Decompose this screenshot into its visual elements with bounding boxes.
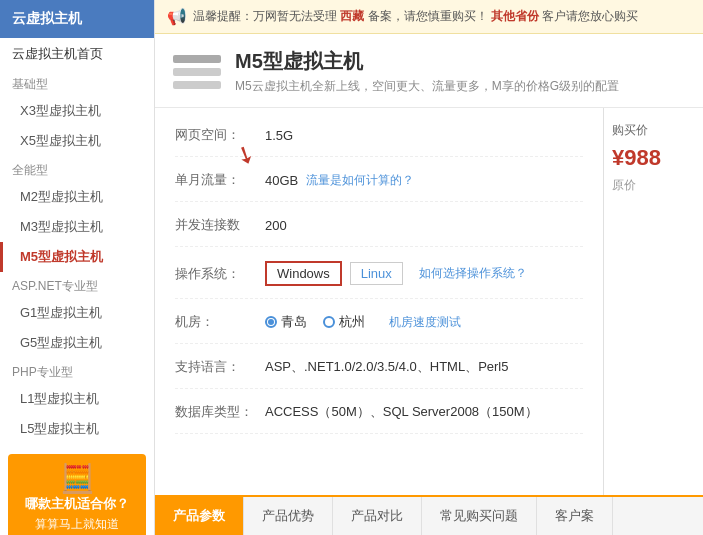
product-header: M5型虚拟主机 M5云虚拟主机全新上线，空间更大、流量更多，M享的价格G级别的配… (155, 34, 703, 108)
db-row: 数据库类型： ACCESS（50M）、SQL Server2008（150M） (175, 403, 583, 434)
os-help-link[interactable]: 如何选择操作系统？ (419, 265, 527, 282)
sidebar-item-m2[interactable]: M2型虚拟主机 (0, 182, 154, 212)
lang-value: ASP、.NET1.0/2.0/3.5/4.0、HTML、Perl5 (265, 358, 508, 376)
db-label: 数据库类型： (175, 403, 265, 421)
datacenter-test-link[interactable]: 机房速度测试 (389, 314, 461, 331)
datacenter-hangzhou-label: 杭州 (339, 313, 365, 331)
sidebar: 云虚拟主机 云虚拟主机首页 基础型X3型虚拟主机X5型虚拟主机全能型M2型虚拟主… (0, 0, 155, 535)
banner-highlight[interactable]: 西藏 (340, 9, 364, 23)
tab-faq[interactable]: 常见购买问题 (422, 497, 537, 535)
sidebar-item-g5[interactable]: G5型虚拟主机 (0, 328, 154, 358)
radio-hangzhou-dot (323, 316, 335, 328)
speaker-icon: 📢 (167, 7, 187, 26)
product-icon (173, 52, 221, 92)
product-title-block: M5型虚拟主机 M5云虚拟主机全新上线，空间更大、流量更多，M享的价格G级别的配… (235, 48, 685, 95)
banner-other[interactable]: 其他省份 (491, 9, 539, 23)
tab-customer[interactable]: 客户案 (537, 497, 613, 535)
datacenter-qingdao-label: 青岛 (281, 313, 307, 331)
os-windows-button[interactable]: Windows (265, 261, 342, 286)
sidebar-item-x3[interactable]: X3型虚拟主机 (0, 96, 154, 126)
main-area: 📢 温馨提醒：万网暂无法受理 西藏 备案，请您慎重购买！ 其他省份 客户请您放心… (155, 0, 703, 535)
lang-label: 支持语言： (175, 358, 265, 376)
os-row: 操作系统： Windows Linux 如何选择操作系统？ (175, 261, 583, 299)
sidebar-main-link[interactable]: 云虚拟主机首页 (0, 38, 154, 70)
content-wrap: 网页空间： 1.5G 单月流量： 40GB 流量是如何计算的？ ➘ 并发连接数 … (155, 108, 703, 495)
datacenter-label: 机房： (175, 313, 265, 331)
icon-bar-1 (173, 55, 221, 63)
orig-price-label: 原价 (612, 177, 695, 194)
os-label: 操作系统： (175, 265, 265, 283)
db-value: ACCESS（50M）、SQL Server2008（150M） (265, 403, 538, 421)
datacenter-qingdao[interactable]: 青岛 (265, 313, 307, 331)
datacenter-selector: 青岛 杭州 机房速度测试 (265, 313, 461, 331)
sidebar-promo-title: 哪款主机适合你？ (16, 495, 138, 513)
radio-qingdao-dot (265, 316, 277, 328)
banner-text: 温馨提醒：万网暂无法受理 西藏 备案，请您慎重购买！ 其他省份 客户请您放心购买 (193, 8, 638, 25)
buy-label: 购买价 (612, 122, 695, 139)
sidebar-section-label: 全能型 (0, 156, 154, 182)
icon-bar-2 (173, 68, 221, 76)
sidebar-promo[interactable]: 🧮 哪款主机适合你？ 算算马上就知道 查看详情>> (8, 454, 146, 535)
connections-label: 并发连接数 (175, 216, 265, 234)
os-selector: Windows Linux 如何选择操作系统？ (265, 261, 527, 286)
sidebar-item-l5[interactable]: L5型虚拟主机 (0, 414, 154, 444)
connections-row: 并发连接数 200 (175, 216, 583, 247)
os-linux-button[interactable]: Linux (350, 262, 403, 285)
space-value: 1.5G (265, 128, 293, 143)
traffic-help-link[interactable]: 流量是如何计算的？ (306, 172, 414, 189)
space-label: 网页空间： (175, 126, 265, 144)
product-title: M5型虚拟主机 (235, 48, 685, 75)
sidebar-item-x5[interactable]: X5型虚拟主机 (0, 126, 154, 156)
datacenter-hangzhou[interactable]: 杭州 (323, 313, 365, 331)
sidebar-item-m3[interactable]: M3型虚拟主机 (0, 212, 154, 242)
product-subtitle: M5云虚拟主机全新上线，空间更大、流量更多，M享的价格G级别的配置 (235, 78, 685, 95)
price-value: ¥988 (612, 145, 695, 171)
traffic-value: 40GB (265, 173, 298, 188)
icon-bar-3 (173, 81, 221, 89)
bottom-tabs: 产品参数产品优势产品对比常见购买问题客户案 (155, 495, 703, 535)
traffic-label: 单月流量： (175, 171, 265, 189)
top-banner: 📢 温馨提醒：万网暂无法受理 西藏 备案，请您慎重购买！ 其他省份 客户请您放心… (155, 0, 703, 34)
sidebar-item-l1[interactable]: L1型虚拟主机 (0, 384, 154, 414)
traffic-row: 单月流量： 40GB 流量是如何计算的？ ➘ (175, 171, 583, 202)
sidebar-item-g1[interactable]: G1型虚拟主机 (0, 298, 154, 328)
sidebar-title: 云虚拟主机 (0, 0, 154, 38)
connections-value: 200 (265, 218, 287, 233)
price-number: 988 (624, 145, 661, 170)
sidebar-section-label: ASP.NET专业型 (0, 272, 154, 298)
tab-compare[interactable]: 产品对比 (333, 497, 422, 535)
lang-row: 支持语言： ASP、.NET1.0/2.0/3.5/4.0、HTML、Perl5 (175, 358, 583, 389)
sidebar-item-m5[interactable]: M5型虚拟主机 (0, 242, 154, 272)
tab-advantages[interactable]: 产品优势 (244, 497, 333, 535)
sidebar-section-label: 基础型 (0, 70, 154, 96)
price-sidebar: 购买价 ¥988 原价 (603, 108, 703, 495)
price-currency: ¥ (612, 145, 624, 170)
sidebar-section-label: PHP专业型 (0, 358, 154, 384)
main-content: 网页空间： 1.5G 单月流量： 40GB 流量是如何计算的？ ➘ 并发连接数 … (155, 108, 603, 495)
abacus-icon: 🧮 (16, 462, 138, 495)
sidebar-promo-sub: 算算马上就知道 (16, 516, 138, 533)
datacenter-row: 机房： 青岛 杭州 机房速度测试 (175, 313, 583, 344)
tab-params[interactable]: 产品参数 (155, 497, 244, 535)
